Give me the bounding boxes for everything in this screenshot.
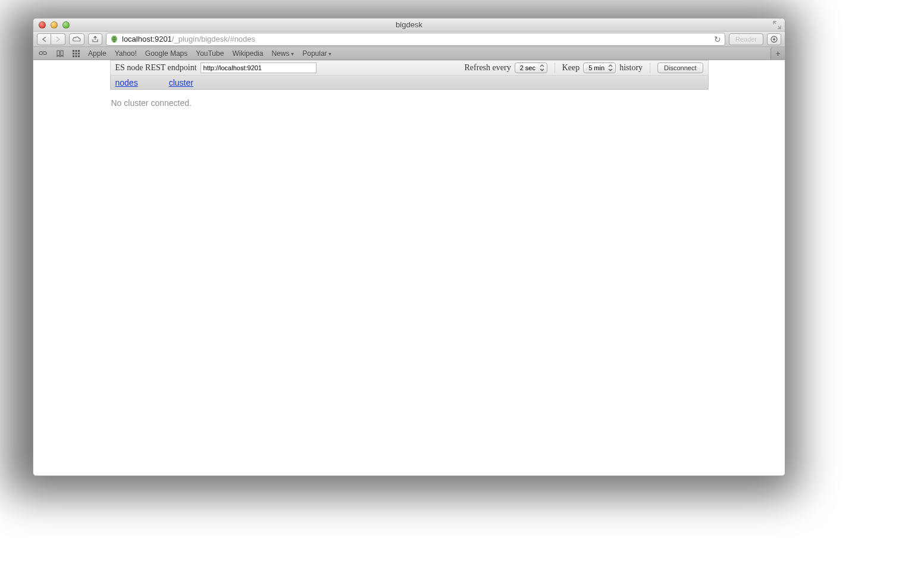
new-tab-button[interactable]: + xyxy=(770,47,785,60)
bookmarks-icon[interactable] xyxy=(56,50,64,57)
chevron-right-icon xyxy=(55,36,61,42)
refresh-select[interactable]: 2 sec xyxy=(515,62,547,73)
endpoint-label: ES node REST endpoint xyxy=(115,63,197,73)
back-button[interactable] xyxy=(37,33,51,45)
svg-rect-7 xyxy=(73,55,74,57)
address-bar[interactable]: localhost:9201/_plugin/bigdesk/#nodes ↻ xyxy=(106,33,725,46)
bigdesk-app: ES node REST endpoint Refresh every 2 se… xyxy=(110,60,709,116)
reader-label: Reader xyxy=(735,36,757,43)
svg-rect-3 xyxy=(78,50,80,52)
safari-window: bigdesk xyxy=(33,18,785,476)
chevron-left-icon xyxy=(42,36,47,42)
fullscreen-icon[interactable] xyxy=(773,21,781,29)
svg-rect-4 xyxy=(73,52,74,54)
window-zoom-button[interactable] xyxy=(62,21,70,29)
window-close-button[interactable] xyxy=(39,21,46,29)
tab-nodes[interactable]: nodes xyxy=(115,78,138,87)
svg-rect-1 xyxy=(73,50,74,52)
bookmark-youtube[interactable]: YouTube xyxy=(196,49,224,58)
endpoint-input[interactable] xyxy=(201,62,317,73)
svg-rect-5 xyxy=(76,52,77,54)
svg-rect-9 xyxy=(78,55,80,57)
page-viewport: ES node REST endpoint Refresh every 2 se… xyxy=(33,60,785,476)
top-sites-icon[interactable] xyxy=(73,50,80,57)
window-title: bigdesk xyxy=(33,20,785,29)
tab-cluster[interactable]: cluster xyxy=(169,78,193,87)
svg-rect-2 xyxy=(76,50,77,52)
reading-list-icon[interactable] xyxy=(38,50,48,57)
address-text: localhost:9201/_plugin/bigdesk/#nodes xyxy=(122,35,255,43)
history-label: history xyxy=(619,63,643,73)
icloud-button[interactable] xyxy=(69,33,84,45)
bookmark-yahoo[interactable]: Yahoo! xyxy=(115,49,137,58)
app-tabs: nodes cluster xyxy=(110,76,709,90)
reader-button[interactable]: Reader xyxy=(729,33,763,45)
cloud-icon xyxy=(72,36,82,42)
share-icon xyxy=(92,36,99,43)
bookmark-news[interactable]: News xyxy=(271,49,294,58)
browser-toolbar: localhost:9201/_plugin/bigdesk/#nodes ↻ … xyxy=(33,32,785,47)
bookmark-wikipedia[interactable]: Wikipedia xyxy=(232,49,263,58)
svg-rect-6 xyxy=(78,52,80,54)
downloads-button[interactable] xyxy=(767,33,781,45)
keep-label: Keep xyxy=(562,63,580,73)
site-favicon-icon xyxy=(110,35,118,43)
refresh-label: Refresh every xyxy=(465,63,511,73)
bookmark-google-maps[interactable]: Google Maps xyxy=(145,49,187,58)
separator xyxy=(650,62,650,73)
window-titlebar: bigdesk xyxy=(33,18,785,32)
bookmark-popular[interactable]: Popular xyxy=(302,49,331,58)
forward-button[interactable] xyxy=(51,33,65,45)
bookmarks-bar: Apple Yahoo! Google Maps YouTube Wikiped… xyxy=(33,47,785,60)
separator xyxy=(555,62,555,73)
app-header: ES node REST endpoint Refresh every 2 se… xyxy=(110,60,709,76)
svg-rect-8 xyxy=(76,55,77,57)
window-minimize-button[interactable] xyxy=(51,21,58,29)
keep-select[interactable]: 5 min xyxy=(583,62,616,73)
reload-button[interactable]: ↻ xyxy=(712,35,721,44)
disconnect-button[interactable]: Disconnect xyxy=(657,62,703,73)
bookmark-apple[interactable]: Apple xyxy=(88,49,107,58)
share-button[interactable] xyxy=(88,33,102,45)
status-message: No cluster connected. xyxy=(110,90,709,116)
download-icon xyxy=(770,36,778,43)
